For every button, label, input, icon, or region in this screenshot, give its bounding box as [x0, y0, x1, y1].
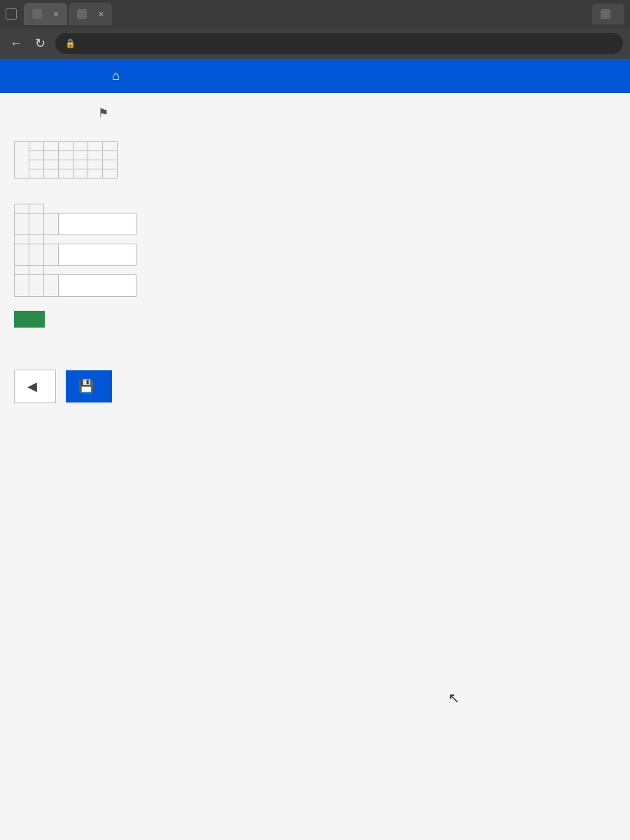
favicon-icon [601, 9, 610, 19]
save-answers-button[interactable]: 💾 [66, 370, 112, 402]
chevron-left-icon: ◀ [27, 379, 37, 394]
answer-table [14, 204, 136, 297]
inventory-table [14, 141, 118, 178]
browser-chrome: × × ← ↻ 🔒 [0, 0, 630, 59]
tab-bar: × × [0, 0, 630, 28]
table-row [15, 266, 136, 275]
table-row [15, 235, 136, 244]
lifo-input[interactable] [59, 244, 136, 265]
question-meta: ⚑ [14, 106, 613, 120]
table-row [15, 160, 118, 169]
month-cell [15, 142, 29, 178]
table-row [15, 244, 136, 266]
question-content: ⚑ [0, 93, 630, 417]
home-icon: ⌂ [112, 69, 120, 83]
back-icon[interactable]: ← [7, 34, 25, 54]
cursor-icon: ↖ [448, 690, 460, 706]
tab-ch6[interactable]: × [69, 3, 112, 25]
flag-question-link[interactable]: ⚑ [98, 106, 113, 120]
site-header: ⌂ [0, 59, 630, 93]
favicon-icon [32, 9, 42, 19]
favicon-icon [77, 9, 87, 19]
flag-icon: ⚑ [98, 106, 108, 120]
table-row [15, 275, 136, 297]
refresh-icon[interactable]: ↻ [32, 33, 48, 54]
tab-discussion[interactable]: × [24, 3, 67, 25]
url-input[interactable]: 🔒 [55, 33, 623, 54]
wavg-input[interactable] [59, 275, 136, 296]
table-row [15, 142, 118, 151]
previous-button[interactable]: ◀ [14, 370, 56, 403]
fifo-input[interactable] [59, 214, 136, 234]
table-row [15, 151, 118, 160]
return-to-course-link[interactable]: ⌂ [112, 69, 125, 83]
save-icon: 💾 [78, 379, 94, 394]
lock-icon: 🔒 [65, 38, 76, 48]
close-icon[interactable]: × [53, 8, 59, 20]
close-icon[interactable]: × [98, 8, 104, 20]
address-bar: ← ↻ 🔒 [0, 28, 630, 59]
tabs-icon[interactable] [6, 8, 17, 20]
check-button[interactable] [14, 311, 45, 328]
table-row [15, 204, 136, 214]
table-row [15, 169, 118, 178]
tab-ch4[interactable] [592, 4, 624, 24]
bottom-nav: ◀ 💾 [14, 370, 613, 403]
table-row [15, 214, 136, 235]
